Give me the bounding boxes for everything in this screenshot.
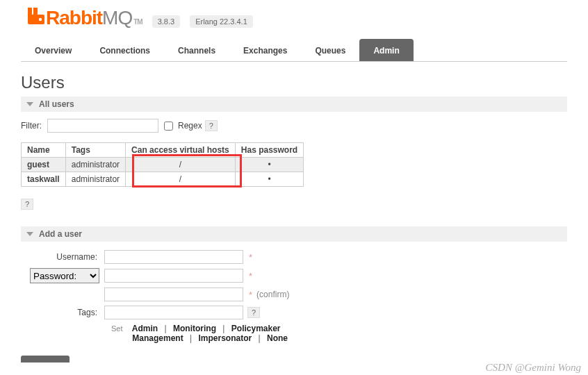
- cell-tags: administrator: [65, 172, 125, 187]
- brand-name: Rabbit: [46, 7, 102, 29]
- users-table: Name Tags Can access virtual hosts Has p…: [21, 142, 304, 187]
- filter-label: Filter:: [21, 121, 42, 131]
- watermark: CSDN @Gemini Wong: [486, 362, 581, 374]
- section-all-users[interactable]: All users: [21, 97, 567, 112]
- section-add-user[interactable]: Add a user: [21, 226, 567, 242]
- users-table-wrap: Name Tags Can access virtual hosts Has p…: [21, 140, 304, 187]
- col-tags[interactable]: Tags: [65, 143, 125, 158]
- row-password-confirm: * (confirm): [21, 288, 567, 301]
- cell-name: guest: [22, 158, 66, 172]
- cell-vhosts: /: [126, 172, 236, 187]
- regex-help[interactable]: ?: [205, 120, 218, 131]
- rabbitmq-icon: [28, 8, 44, 24]
- main-tabs: Overview Connections Channels Exchanges …: [21, 39, 567, 62]
- username-input[interactable]: [104, 250, 243, 264]
- preset-policymaker[interactable]: Policymaker: [231, 324, 281, 333]
- preset-none[interactable]: None: [267, 333, 288, 343]
- erlang-version: Erlang 22.3.4.1: [190, 15, 253, 28]
- chevron-down-icon: [26, 232, 33, 236]
- regex-label: Regex: [178, 121, 202, 131]
- add-user-button[interactable]: [21, 356, 70, 362]
- table-row[interactable]: guest administrator / •: [22, 158, 304, 172]
- help-button[interactable]: ?: [21, 199, 33, 210]
- filter-row: Filter: Regex ?: [21, 119, 567, 133]
- page-title: Users: [21, 73, 567, 92]
- section-all-users-label: All users: [39, 99, 74, 109]
- brand-suffix: MQ: [102, 7, 132, 29]
- cell-password: •: [235, 158, 303, 172]
- required-asterisk: *: [249, 290, 252, 300]
- row-tags: Tags: ?: [21, 306, 567, 319]
- set-label: Set: [111, 324, 123, 333]
- svg-point-3: [39, 18, 42, 21]
- username-label: Username:: [21, 252, 104, 262]
- preset-management[interactable]: Management: [132, 333, 183, 343]
- tab-queues[interactable]: Queues: [301, 39, 359, 61]
- section-add-user-label: Add a user: [39, 229, 82, 239]
- chevron-down-icon: [26, 102, 33, 106]
- regex-checkbox[interactable]: [164, 122, 173, 131]
- table-row[interactable]: taskwall administrator / •: [22, 172, 304, 187]
- app-version: 3.8.3: [152, 15, 180, 28]
- svg-rect-2: [28, 15, 44, 24]
- header: RabbitMQ TM 3.8.3 Erlang 22.3.4.1: [0, 0, 588, 29]
- row-password: Password: *: [21, 268, 567, 283]
- col-vhosts[interactable]: Can access virtual hosts: [126, 143, 236, 158]
- tab-admin[interactable]: Admin: [359, 39, 413, 61]
- col-name[interactable]: Name: [22, 143, 66, 158]
- preset-admin[interactable]: Admin: [132, 324, 158, 333]
- tags-help[interactable]: ?: [247, 307, 260, 318]
- confirm-label: (confirm): [256, 290, 289, 299]
- table-header-row: Name Tags Can access virtual hosts Has p…: [22, 143, 304, 158]
- tab-overview[interactable]: Overview: [21, 39, 85, 61]
- cell-vhosts: /: [126, 158, 236, 172]
- preset-monitoring[interactable]: Monitoring: [173, 324, 216, 333]
- tags-input[interactable]: [104, 306, 243, 319]
- password-confirm-input[interactable]: [104, 288, 243, 301]
- filter-input[interactable]: [47, 119, 158, 133]
- tab-connections[interactable]: Connections: [85, 39, 164, 61]
- row-username: Username: *: [21, 250, 567, 264]
- content: Users All users Filter: Regex ? Name Tag…: [0, 62, 588, 375]
- col-has-password[interactable]: Has password: [235, 143, 303, 158]
- cell-password: •: [235, 172, 303, 187]
- password-select[interactable]: Password:: [30, 268, 99, 283]
- brand-tm: TM: [133, 18, 142, 26]
- cell-name: taskwall: [22, 172, 66, 187]
- required-asterisk: *: [249, 252, 252, 262]
- preset-impersonator[interactable]: Impersonator: [199, 333, 252, 343]
- required-asterisk: *: [249, 271, 252, 281]
- tab-channels[interactable]: Channels: [164, 39, 229, 61]
- password-input[interactable]: [104, 269, 243, 283]
- tag-presets: Set Admin | Monitoring | Policymaker Man…: [111, 324, 567, 343]
- tags-label: Tags:: [21, 308, 104, 317]
- cell-tags: administrator: [65, 158, 125, 172]
- logo: RabbitMQ TM: [28, 7, 142, 29]
- tab-exchanges[interactable]: Exchanges: [229, 39, 301, 61]
